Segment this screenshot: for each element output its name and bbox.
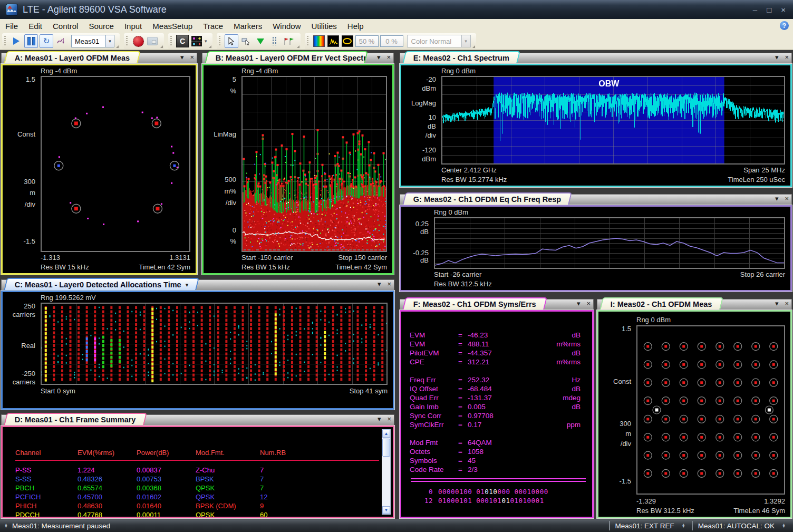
single-acquisition-icon[interactable] (55, 35, 67, 47)
freq-response-plot[interactable] (434, 217, 785, 269)
y-axis: 1.5Const300m/div-1.5 (598, 325, 632, 495)
constellation-plot[interactable] (41, 76, 190, 252)
error-vector-spectrum-plot[interactable] (241, 76, 387, 252)
result-lb: IQ Offset (410, 385, 458, 393)
window-menu-icon[interactable]: ▾ (775, 54, 779, 61)
window-header[interactable]: F: Meas02 - Ch1 OFDM Syms/Errs ▾× (400, 297, 594, 310)
window-tab[interactable]: C: Meas01 - Layer0 Detected Allocations … (4, 278, 199, 291)
table-cell: 0.45700 (78, 493, 137, 501)
bit-offset: 12 (410, 497, 433, 505)
scrollbar[interactable]: ▲ ▼ (382, 429, 391, 515)
menu-trace[interactable]: Trace (198, 19, 228, 33)
result-lb: PilotEVM (410, 349, 458, 357)
window-tab[interactable]: I: Meas02 - Ch1 OFDM Meas (599, 297, 723, 310)
restart-icon[interactable]: ↻ (40, 34, 53, 48)
window-menu-icon[interactable]: ▾ (180, 54, 184, 61)
window-header[interactable]: C: Meas01 - Layer0 Detected Allocations … (1, 278, 394, 291)
menu-source[interactable]: Source (83, 19, 119, 33)
status-spinner-icon[interactable]: ▲▼ (4, 524, 8, 528)
offset-lines-icon[interactable] (268, 35, 281, 47)
spectrum-plot[interactable] (441, 76, 785, 165)
chevron-down-icon: ▾ (461, 35, 470, 47)
result-lb: Mod Fmt (410, 439, 458, 447)
allocations-plot[interactable] (41, 303, 388, 385)
window-close-icon[interactable]: × (190, 54, 194, 61)
table-cell: PBCH (15, 484, 78, 492)
pause-icon[interactable] (24, 34, 38, 48)
menu-input[interactable]: Input (119, 19, 147, 33)
chevron-down-icon[interactable]: ▾ (186, 282, 189, 288)
scroll-down-icon[interactable]: ▼ (382, 506, 390, 514)
measurement-selector[interactable]: Meas01 ▾ (71, 35, 114, 47)
window-close-icon[interactable]: × (386, 54, 391, 61)
menu-control[interactable]: Control (47, 19, 83, 33)
window-header[interactable]: D: Meas01 - Ch1 Frame Summary ▾× (1, 413, 394, 425)
table-cell: BPSK (CDM) (196, 502, 260, 510)
window-close-icon[interactable]: × (387, 415, 391, 422)
window-menu-icon[interactable]: ▾ (378, 415, 381, 422)
pointer-select-icon[interactable] (240, 35, 253, 47)
menu-meassetup[interactable]: MeasSetup (147, 19, 198, 33)
maximize-icon[interactable]: □ (767, 5, 771, 14)
menu-utilities[interactable]: Utilities (306, 19, 342, 33)
status-spinner-icon[interactable]: ▲▼ (682, 524, 685, 528)
window-menu-icon[interactable]: ▾ (577, 300, 581, 307)
table-row: PDCCH0.477680.00011QPSK60 (15, 510, 379, 517)
window-menu-icon[interactable]: ▾ (775, 300, 779, 307)
window-close-icon[interactable]: × (785, 54, 789, 61)
window-tab[interactable]: G: Meas02 - Ch1 OFDM Eq Ch Freq Resp (402, 192, 572, 205)
record-icon[interactable] (132, 35, 144, 47)
qam-constellation-plot[interactable] (636, 325, 785, 495)
window-menu-icon[interactable]: ▾ (377, 54, 381, 61)
window-menu-icon[interactable]: ▾ (775, 195, 779, 202)
menu-file[interactable]: File (0, 19, 23, 33)
scroll-up-icon[interactable]: ▲ (382, 430, 390, 438)
flags-icon[interactable] (283, 35, 295, 47)
window-close-icon[interactable]: × (387, 280, 391, 287)
close-icon[interactable]: × (781, 5, 786, 14)
result-eq: = (458, 412, 468, 420)
menu-markers[interactable]: Markers (228, 19, 267, 33)
status-spinner-icon[interactable]: ▲▼ (782, 524, 786, 528)
window-tab[interactable]: D: Meas01 - Ch1 Frame Summary (4, 413, 147, 425)
table-cell: BPSK (196, 475, 260, 483)
y-axis-label: dBm (422, 85, 436, 92)
result-eq: = (458, 385, 468, 393)
menu-help[interactable]: Help (342, 19, 369, 33)
green-marker-icon[interactable] (254, 35, 267, 47)
window-title: LTE - Agilent 89600 VSA Software (23, 4, 167, 15)
spectrogram-icon[interactable] (313, 35, 325, 47)
window-close-icon[interactable]: × (785, 195, 789, 202)
window-tab[interactable]: F: Meas02 - Ch1 OFDM Syms/Errs (402, 297, 547, 310)
timelen-label: TimeLen 42 Sym (335, 263, 387, 272)
menu-edit[interactable]: Edit (23, 19, 47, 33)
window-header[interactable]: B: Meas01 - Layer0 OFDM Err Vect Spectru… (202, 51, 394, 64)
window-tab[interactable]: B: Meas01 - Layer0 OFDM Err Vect Spectru (205, 51, 368, 64)
minimize-icon[interactable]: – (753, 5, 757, 14)
result-eq: = (458, 358, 468, 366)
window-header[interactable]: I: Meas02 - Ch1 OFDM Meas ▾× (597, 297, 792, 310)
correction-button[interactable]: C (176, 35, 189, 47)
spectrum-trace-icon[interactable] (327, 35, 340, 47)
window-header[interactable]: E: Meas02 - Ch1 Spectrum ▾× (400, 51, 792, 64)
layout-grid-icon[interactable] (190, 35, 203, 47)
chevron-down-icon[interactable]: ▾ (205, 38, 207, 44)
window-tab[interactable]: E: Meas02 - Ch1 Spectrum (402, 51, 520, 64)
window-close-icon[interactable]: × (586, 300, 591, 307)
scrollbar-thumb[interactable] (382, 439, 390, 457)
window-tab[interactable]: A: Meas01 - Layer0 OFDM Meas (4, 51, 141, 64)
play-icon[interactable] (10, 35, 23, 47)
offset-percent-field: 0 % (380, 35, 403, 47)
menu-window[interactable]: Window (267, 19, 306, 33)
result-line: Mod Fmt=64QAM (410, 438, 587, 447)
result-lb: Code Rate (410, 466, 458, 473)
eye-diagram-icon[interactable] (341, 35, 354, 47)
window-close-icon[interactable]: × (785, 300, 789, 307)
window-header[interactable]: A: Meas01 - Layer0 OFDM Meas ▾× (1, 51, 197, 64)
pointer-icon[interactable] (225, 34, 238, 48)
window-header[interactable]: G: Meas02 - Ch1 OFDM Eq Ch Freq Resp ▾× (400, 192, 792, 205)
window-menu-icon[interactable]: ▾ (378, 280, 381, 287)
chevron-down-icon[interactable]: ▾ (105, 35, 114, 47)
help-icon[interactable]: ? (780, 21, 789, 30)
timelen-label: TimeLen 250 uSec (728, 176, 785, 184)
